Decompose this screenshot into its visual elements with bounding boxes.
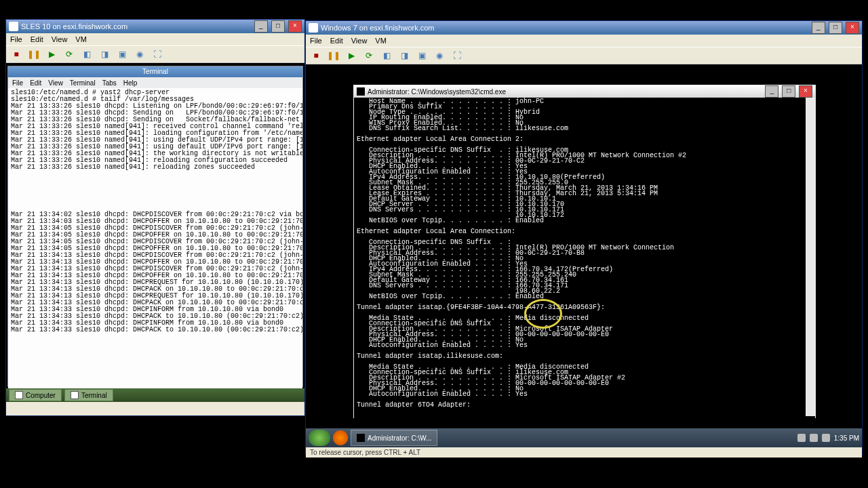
- menubar-right: File Edit View VM: [306, 35, 862, 47]
- window-controls: _ □ ×: [810, 22, 859, 34]
- tray-network-icon[interactable]: [810, 434, 818, 442]
- clock[interactable]: 1:35 PM: [834, 434, 859, 442]
- menu-edit[interactable]: Edit: [330, 37, 343, 45]
- statusbar: To release cursor, press CTRL + ALT: [306, 447, 862, 458]
- term-menu-tabs[interactable]: Tabs: [102, 79, 117, 87]
- maximize-button[interactable]: □: [829, 22, 842, 34]
- terminal-output[interactable]: sles10:/etc/named.d # yast2 dhcp-server …: [8, 88, 302, 389]
- window-controls: _ □ ×: [253, 20, 302, 33]
- taskbar-item-cmd[interactable]: Administrator: C:\W...: [351, 430, 437, 446]
- term-menu-help[interactable]: Help: [123, 79, 138, 87]
- menu-view[interactable]: View: [351, 37, 368, 45]
- toolbar-right: ■ ❚❚ ▶ ⟳ ◧ ◨ ▣ ◉ ⛶: [306, 47, 862, 64]
- close-button[interactable]: ×: [799, 85, 812, 98]
- titlebar-right[interactable]: Windows 7 on esxi.finishwork.com _ □ ×: [306, 21, 862, 35]
- tray-flag-icon[interactable]: [797, 434, 806, 442]
- menu-file[interactable]: File: [310, 37, 322, 45]
- cmd-window: Administrator: C:\Windows\system32\cmd.e…: [353, 85, 816, 418]
- windows-taskbar: Administrator: C:\W... 1:35 PM: [306, 428, 862, 447]
- terminal-icon: [71, 391, 79, 399]
- term-menu-terminal[interactable]: Terminal: [70, 79, 96, 87]
- cmd-title: Administrator: C:\Windows\system32\cmd.e…: [368, 88, 506, 96]
- cmd-window-controls: _ □ ×: [764, 85, 812, 98]
- fullscreen-icon[interactable]: ⛶: [451, 49, 463, 62]
- close-button[interactable]: ×: [288, 20, 302, 33]
- window-title: Windows 7 on esxi.finishwork.com: [321, 24, 435, 32]
- maximize-button[interactable]: □: [782, 85, 795, 98]
- toolbar-left: ■ ❚❚ ▶ ⟳ ◧ ◨ ▣ ◉ ⛶: [6, 45, 304, 63]
- minimize-button[interactable]: _: [765, 85, 778, 98]
- status-text: To release cursor, press CTRL + ALT: [310, 449, 420, 456]
- titlebar-left[interactable]: SLES 10 on esxi.finishwork.com _ □ ×: [6, 20, 304, 33]
- cmd-titlebar[interactable]: Administrator: C:\Windows\system32\cmd.e…: [354, 85, 815, 98]
- menu-view[interactable]: View: [52, 35, 68, 43]
- taskbar-terminal[interactable]: Terminal: [64, 389, 113, 401]
- refresh-icon[interactable]: ⟳: [63, 48, 75, 60]
- pause-icon[interactable]: ❚❚: [328, 49, 340, 62]
- menubar-left: File Edit View VM: [6, 33, 304, 45]
- cmd-icon: [357, 434, 365, 442]
- stop-icon[interactable]: ■: [310, 49, 322, 62]
- term-menu-file[interactable]: File: [12, 79, 23, 87]
- close-button[interactable]: ×: [846, 22, 859, 34]
- cmd-icon: [357, 87, 365, 96]
- refresh-icon[interactable]: ⟳: [363, 49, 375, 62]
- minimize-button[interactable]: _: [812, 22, 825, 34]
- snapshot-icon[interactable]: ◧: [380, 49, 393, 62]
- linux-taskbar: Computer Terminal: [6, 388, 304, 402]
- cmd-output[interactable]: Host Name . . . . . . . . . . . . : john…: [354, 98, 815, 419]
- terminal-menubar: File Edit View Terminal Tabs Help: [8, 77, 302, 88]
- start-button[interactable]: [309, 430, 330, 446]
- firefox-icon[interactable]: [333, 430, 348, 445]
- guest-desktop-linux: Terminal File Edit View Terminal Tabs He…: [6, 63, 304, 402]
- vm-window-sles: SLES 10 on esxi.finishwork.com _ □ × Fil…: [5, 19, 305, 416]
- menu-file[interactable]: File: [10, 35, 22, 43]
- guest-desktop-windows: Administrator: C:\Windows\system32\cmd.e…: [306, 64, 862, 447]
- taskbar-computer[interactable]: Computer: [9, 389, 62, 401]
- cd-icon[interactable]: ◉: [134, 48, 146, 60]
- tray-volume-icon[interactable]: [822, 434, 830, 442]
- scrollbar[interactable]: [806, 98, 815, 416]
- minimize-button[interactable]: _: [254, 20, 268, 33]
- disk-icon[interactable]: ▣: [116, 48, 128, 60]
- disk-icon[interactable]: ▣: [416, 49, 428, 62]
- play-icon[interactable]: ▶: [45, 48, 58, 60]
- pause-icon[interactable]: ❚❚: [28, 48, 40, 60]
- vm-window-win7: Windows 7 on esxi.finishwork.com _ □ × F…: [305, 20, 863, 455]
- snapshot-manager-icon[interactable]: ◨: [98, 48, 111, 60]
- snapshot-icon[interactable]: ◧: [81, 48, 93, 60]
- term-menu-view[interactable]: View: [48, 79, 63, 87]
- maximize-button[interactable]: □: [271, 20, 285, 33]
- stop-icon[interactable]: ■: [10, 48, 22, 60]
- menu-edit[interactable]: Edit: [31, 35, 43, 43]
- terminal-titlebar[interactable]: Terminal: [8, 66, 302, 77]
- app-icon: [9, 22, 18, 31]
- computer-icon: [15, 391, 23, 399]
- app-icon: [309, 23, 318, 33]
- snapshot-manager-icon[interactable]: ◨: [398, 49, 410, 62]
- cd-icon[interactable]: ◉: [433, 49, 446, 62]
- menu-vm[interactable]: VM: [375, 37, 387, 45]
- term-menu-edit[interactable]: Edit: [30, 79, 41, 87]
- window-title: SLES 10 on esxi.finishwork.com: [21, 22, 127, 30]
- fullscreen-icon[interactable]: ⛶: [151, 48, 163, 60]
- system-tray: 1:35 PM: [797, 434, 859, 442]
- play-icon[interactable]: ▶: [345, 49, 357, 62]
- menu-vm[interactable]: VM: [75, 35, 87, 43]
- terminal-window: Terminal File Edit View Terminal Tabs He…: [7, 66, 303, 387]
